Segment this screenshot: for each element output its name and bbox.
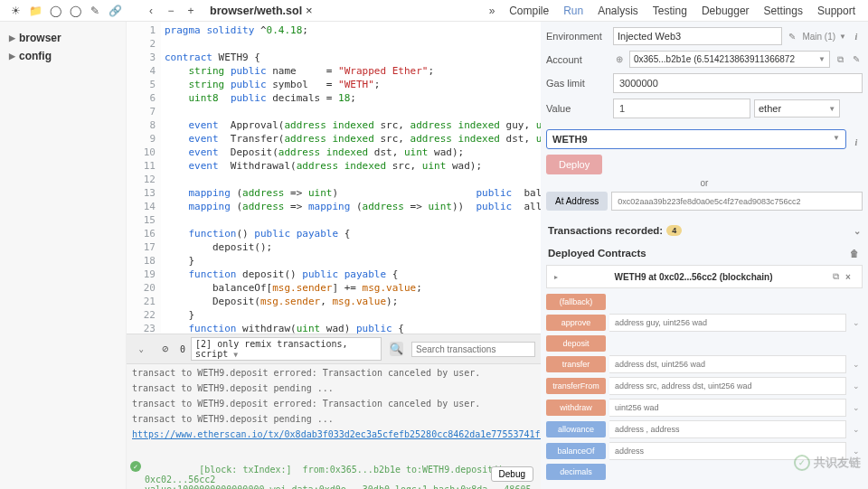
ban-icon[interactable]: ⊘ [159,342,173,356]
tab-analysis[interactable]: Analysis [590,1,646,21]
caret-icon: ▶ [9,33,15,42]
terminal-line: transact to WETH9.deposit errored: Trans… [132,399,535,409]
gas-label: Gas limit [546,78,609,89]
search-icon[interactable]: 🔍 [390,342,403,356]
check-icon: ✓ [130,461,141,472]
github-icon[interactable]: ◯ [48,4,62,18]
trash-icon[interactable]: 🗑 [848,247,861,259]
func-approve-button[interactable]: approve [546,315,606,331]
value-label: Value [546,103,609,114]
plus-icon[interactable]: + [184,4,198,18]
close-icon[interactable]: × [306,4,313,17]
func-allowance-button[interactable]: allowance [546,421,606,437]
debug-button[interactable]: Debug [491,466,533,482]
code-editor[interactable]: 123▾45678910111213141516▾171819▾20212223… [127,22,541,334]
chevron-down-icon[interactable]: ⌄ [854,226,861,236]
search-input[interactable] [411,342,535,357]
close-icon[interactable]: × [842,270,854,283]
file-tab-label: browser/weth.sol [210,5,302,17]
info-icon[interactable]: i [850,30,863,42]
tab-testing[interactable]: Testing [646,1,694,21]
account-label: Account [546,54,609,65]
tab-debugger[interactable]: Debugger [694,1,757,21]
tab-compile[interactable]: Compile [502,1,556,21]
deployed-header: Deployed Contracts 🗑 [546,241,863,265]
unit-select[interactable]: ether▼ [754,99,840,118]
func-transferFrom-button[interactable]: transferFrom [546,378,606,394]
func-transfer-button[interactable]: transfer [546,356,606,372]
folder-browser[interactable]: ▶browser [4,29,122,47]
caret-icon: ▶ [9,52,15,61]
pencil-icon[interactable]: ✎ [786,30,798,42]
folder-config[interactable]: ▶config [4,47,122,65]
run-panel: Environment Injected Web3 ✎ Main (1) ▼ i… [541,22,868,489]
edit-icon[interactable]: ✎ [850,53,863,66]
func-decimals-button[interactable]: decimals [546,464,606,480]
account-select[interactable]: 0x365...b2b1e (6.514213863911366872▼ [629,51,830,68]
func-approve-input[interactable] [609,314,846,332]
func-fallback-button[interactable]: (fallback) [546,294,606,310]
github-icon[interactable]: ◯ [68,4,82,18]
func-balanceOf-button[interactable]: balanceOf [546,443,606,459]
terminal-panel: ⌄ ⊘ 0 [2] only remix transactions, scrip… [127,334,541,489]
contract-select[interactable]: WETH9▼ [546,129,846,149]
compose-icon[interactable]: ✎ [88,4,102,18]
env-select[interactable]: Injected Web3 [613,27,782,45]
deploy-button[interactable]: Deploy [546,155,602,174]
export-icon[interactable]: » [485,4,499,18]
terminal-output[interactable]: transact to WETH9.deposit errored: Trans… [127,364,541,489]
link-icon[interactable]: 🔗 [108,4,122,18]
file-tab[interactable]: browser/weth.sol × [204,2,318,19]
minus-icon[interactable]: − [164,4,178,18]
tx-filter-select[interactable]: [2] only remix transactions, script ▼ [191,337,382,361]
folder-icon[interactable]: 📁 [28,4,42,18]
chevron-down-icon[interactable]: ⌄ [850,360,863,369]
func-transfer-input[interactable] [609,355,846,373]
tab-run[interactable]: Run [556,1,590,21]
file-explorer: ▶browser▶config [0,22,127,489]
watermark: ✓共识友链 [794,455,861,471]
chevron-left-icon[interactable]: ‹ [144,4,158,18]
func-transferFrom-input[interactable] [609,377,846,395]
tab-support[interactable]: Support [810,1,863,21]
terminal-line: transact to WETH9.deposit pending ... [132,414,535,424]
or-text: or [546,178,863,188]
env-label: Environment [546,31,609,42]
tx-block-info: [block: txIndex:] from:0x365...b2b1e to:… [145,465,531,489]
at-address-input[interactable] [611,192,863,211]
chevron-down-icon[interactable]: ⌄ [135,342,148,356]
func-allowance-input[interactable] [609,420,846,438]
func-withdraw-button[interactable]: withdraw [546,400,606,416]
terminal-line: transact to WETH9.deposit pending ... [132,383,535,393]
etherscan-link[interactable]: https://www.etherscan.io/tx/0x8dab3f033d… [132,429,541,439]
terminal-line: transact to WETH9.deposit errored: Trans… [132,368,535,378]
info-icon[interactable]: i [850,136,863,148]
copy-icon[interactable]: ⧉ [834,53,846,66]
pending-count: 0 [180,344,185,354]
func-deposit-button[interactable]: deposit [546,335,606,352]
chevron-down-icon[interactable]: ⌄ [850,381,863,390]
func-withdraw-input[interactable] [609,399,846,417]
plus-circle-icon[interactable]: ⊕ [613,53,626,66]
network-badge: Main (1) [802,32,835,42]
value-input[interactable] [613,99,750,118]
copy-icon[interactable]: ⧉ [829,270,842,283]
chevron-down-icon[interactable]: ⌄ [850,425,863,434]
at-address-button[interactable]: At Address [546,192,608,211]
chevron-down-icon[interactable]: ⌄ [850,318,863,327]
tx-recorded-header[interactable]: Transactions recorded: 4 ⌄ [546,220,863,241]
contract-instance[interactable]: ▸ WETH9 at 0xc02...56cc2 (blockchain) ⧉ … [546,265,863,288]
chevron-down-icon[interactable]: ⌄ [850,403,863,412]
tx-count-badge: 4 [666,225,682,236]
sun-icon[interactable]: ☀ [8,4,23,18]
tab-settings[interactable]: Settings [757,1,810,21]
gas-input[interactable] [613,73,863,93]
